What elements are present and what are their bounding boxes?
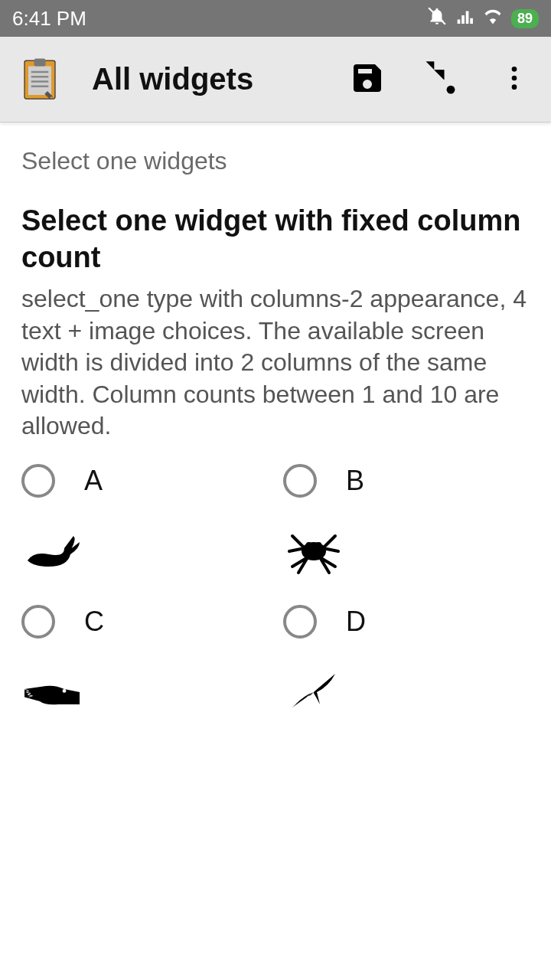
- form-content: Select one widgets Select one widget wit…: [0, 122, 551, 747]
- status-icons: 89: [427, 5, 539, 32]
- options-grid: A B: [21, 464, 530, 723]
- crocodile-icon: [21, 662, 83, 723]
- svg-point-20: [315, 542, 321, 548]
- svg-point-17: [512, 84, 517, 90]
- option-label: D: [346, 606, 366, 638]
- svg-point-19: [306, 542, 312, 548]
- alarm-off-icon: [427, 6, 447, 31]
- signal-icon: [455, 6, 474, 31]
- bird-icon: [283, 662, 344, 723]
- save-button[interactable]: [346, 58, 389, 101]
- more-vert-icon: [499, 63, 530, 96]
- arrow-down-right-icon: [421, 58, 461, 101]
- svg-rect-3: [34, 58, 46, 66]
- battery-indicator: 89: [511, 9, 539, 28]
- app-bar: All widgets: [0, 37, 551, 122]
- app-title: All widgets: [92, 62, 346, 96]
- app-icon: [12, 52, 67, 107]
- frog-icon: [283, 521, 344, 582]
- radio-b[interactable]: [283, 464, 317, 498]
- option-label: A: [84, 465, 103, 497]
- radio-a[interactable]: [21, 464, 55, 498]
- save-icon: [349, 60, 386, 100]
- radio-d[interactable]: [283, 605, 317, 639]
- question-hint: select_one type with columns-2 appearanc…: [21, 283, 530, 443]
- wifi-icon: [482, 5, 504, 32]
- option-b[interactable]: B: [283, 464, 530, 582]
- status-time: 6:41 PM: [12, 7, 86, 31]
- goto-button[interactable]: [419, 58, 462, 101]
- whale-icon: [21, 521, 83, 582]
- svg-point-14: [447, 85, 455, 93]
- radio-c[interactable]: [21, 605, 55, 639]
- section-label: Select one widgets: [21, 147, 530, 175]
- option-c[interactable]: C: [21, 605, 268, 723]
- option-label: C: [84, 606, 104, 638]
- option-label: B: [346, 465, 364, 497]
- question-title: Select one widget with fixed column coun…: [21, 203, 530, 276]
- svg-point-15: [512, 67, 517, 72]
- option-d[interactable]: D: [283, 605, 530, 723]
- svg-point-21: [63, 689, 67, 693]
- overflow-menu-button[interactable]: [493, 58, 536, 101]
- option-a[interactable]: A: [21, 464, 268, 582]
- svg-point-16: [512, 75, 517, 80]
- status-bar: 6:41 PM 89: [0, 0, 551, 37]
